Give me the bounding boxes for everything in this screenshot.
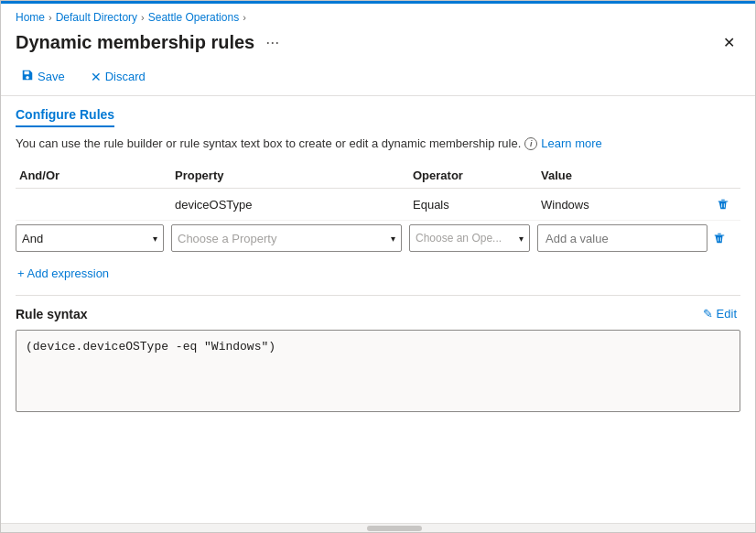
input-delete-cell [711, 230, 740, 246]
save-icon [21, 69, 34, 84]
info-text: You can use the rule builder or rule syn… [16, 136, 740, 150]
header-andor: And/Or [16, 167, 171, 184]
add-expression-label: + Add expression [17, 266, 109, 280]
breadcrumb-sep3: › [243, 12, 246, 23]
discard-icon: ✕ [91, 70, 102, 84]
andor-select[interactable]: And ▾ [16, 224, 164, 252]
rule-syntax-header: Rule syntax ✎ Edit [16, 305, 740, 322]
static-property: deviceOSType [171, 196, 409, 213]
close-button[interactable]: ✕ [718, 32, 740, 54]
property-select[interactable]: Choose a Property ▾ [171, 224, 402, 252]
edit-button[interactable]: ✎ Edit [699, 305, 740, 322]
rule-syntax-box: (device.deviceOSType -eq "Windows") [16, 330, 740, 412]
toolbar: Save ✕ Discard [1, 61, 755, 96]
discard-label: Discard [105, 70, 146, 83]
title-bar: Dynamic membership rules ··· ✕ [1, 27, 755, 61]
content-area: Configure Rules You can use the rule bui… [1, 96, 755, 523]
static-andor [16, 202, 171, 206]
header-value: Value [537, 167, 711, 184]
operator-cell: Choose an Ope... ▾ [409, 224, 537, 252]
static-operator: Equals [409, 196, 537, 213]
operator-chevron-icon: ▾ [519, 234, 524, 244]
property-chevron-icon: ▾ [391, 234, 395, 244]
table-header: And/Or Property Operator Value [16, 163, 740, 189]
breadcrumb-sep1: › [49, 12, 52, 23]
configure-rules-title: Configure Rules [16, 107, 114, 127]
andor-cell: And ▾ [16, 224, 171, 252]
page-title: Dynamic membership rules [16, 32, 254, 53]
info-icon: i [524, 137, 537, 150]
add-expression-button[interactable]: + Add expression [16, 263, 111, 284]
rule-syntax-title: Rule syntax [16, 307, 88, 321]
discard-button[interactable]: ✕ Discard [85, 66, 151, 88]
breadcrumb: Home › Default Directory › Seattle Opera… [1, 1, 755, 27]
save-label: Save [38, 70, 65, 83]
edit-icon: ✎ [703, 307, 713, 321]
andor-select-value: And [22, 232, 43, 245]
value-cell [537, 224, 711, 252]
info-text-content: You can use the rule builder or rule syn… [16, 136, 521, 150]
title-left: Dynamic membership rules ··· [16, 31, 283, 54]
save-button[interactable]: Save [16, 65, 70, 88]
operator-select-placeholder: Choose an Ope... [416, 232, 502, 245]
breadcrumb-sep2: › [141, 12, 145, 23]
scrollbar-thumb[interactable] [367, 526, 422, 531]
breadcrumb-group[interactable]: Seattle Operations [148, 11, 239, 24]
table-row-inputs: And ▾ Choose a Property ▾ Choose an Ope.… [16, 221, 740, 256]
header-operator: Operator [409, 167, 537, 184]
edit-label: Edit [717, 307, 737, 321]
table-row-static: deviceOSType Equals Windows [16, 189, 740, 221]
horizontal-scrollbar[interactable] [1, 523, 755, 532]
header-actions [711, 167, 740, 184]
more-options-button[interactable]: ··· [262, 31, 283, 54]
learn-more-link[interactable]: Learn more [541, 136, 601, 150]
delete-row-button[interactable] [715, 196, 731, 212]
breadcrumb-home[interactable]: Home [16, 11, 45, 24]
property-cell: Choose a Property ▾ [171, 224, 409, 252]
property-select-placeholder: Choose a Property [178, 232, 276, 245]
operator-select[interactable]: Choose an Ope... ▾ [409, 224, 530, 252]
rule-table: And/Or Property Operator Value deviceOST… [16, 163, 740, 256]
delete-input-row-button[interactable] [711, 230, 728, 246]
header-property: Property [171, 167, 409, 184]
rule-syntax-section: Rule syntax ✎ Edit (device.deviceOSType … [16, 295, 740, 412]
breadcrumb-directory[interactable]: Default Directory [56, 11, 137, 24]
andor-chevron-icon: ▾ [153, 234, 157, 244]
static-delete [711, 194, 740, 214]
static-value: Windows [537, 196, 711, 213]
value-input[interactable] [537, 224, 707, 252]
